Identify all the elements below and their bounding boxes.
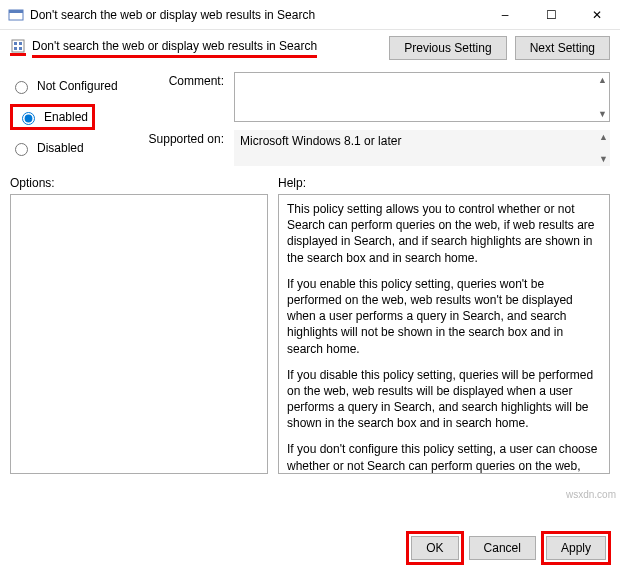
radio-disabled[interactable]: Disabled bbox=[10, 140, 130, 156]
window-title: Don't search the web or display web resu… bbox=[30, 8, 482, 22]
supported-label: Supported on: bbox=[144, 130, 224, 166]
help-p3: If you disable this policy setting, quer… bbox=[287, 367, 601, 432]
policy-name-wrap: Don't search the web or display web resu… bbox=[10, 39, 317, 58]
right-column: Comment: ▲ ▼ Supported on: Microsoft Win… bbox=[144, 72, 610, 166]
state-radio-group: Not Configured Enabled Disabled bbox=[10, 72, 130, 166]
supported-row: Supported on: Microsoft Windows 8.1 or l… bbox=[144, 130, 610, 166]
help-p2: If you enable this policy setting, queri… bbox=[287, 276, 601, 357]
pane-labels: Options: Help: bbox=[0, 172, 620, 194]
close-button[interactable]: ✕ bbox=[574, 0, 620, 30]
maximize-button[interactable]: ☐ bbox=[528, 0, 574, 30]
next-setting-button[interactable]: Next Setting bbox=[515, 36, 610, 60]
scroll-up-icon: ▲ bbox=[598, 75, 607, 85]
ok-button[interactable]: OK bbox=[411, 536, 458, 560]
watermark: wsxdn.com bbox=[566, 489, 616, 500]
scroll-down-icon: ▼ bbox=[598, 109, 607, 119]
supported-value: Microsoft Windows 8.1 or later bbox=[240, 134, 401, 148]
help-p4: If you don't configure this policy setti… bbox=[287, 441, 601, 474]
options-pane[interactable] bbox=[10, 194, 268, 474]
title-bar: Don't search the web or display web resu… bbox=[0, 0, 620, 30]
radio-disabled-input[interactable] bbox=[15, 143, 28, 156]
scroll-down-icon: ▼ bbox=[599, 154, 608, 164]
radio-enabled-input[interactable] bbox=[22, 112, 35, 125]
header-row: Don't search the web or display web resu… bbox=[0, 30, 620, 60]
radio-disabled-label: Disabled bbox=[37, 141, 84, 155]
nav-buttons: Previous Setting Next Setting bbox=[389, 36, 610, 60]
policy-icon bbox=[10, 40, 26, 56]
minimize-button[interactable]: – bbox=[482, 0, 528, 30]
apply-button[interactable]: Apply bbox=[546, 536, 606, 560]
panes: This policy setting allows you to contro… bbox=[0, 194, 620, 474]
radio-enabled[interactable]: Enabled bbox=[10, 104, 95, 130]
footer-buttons: OK Cancel Apply bbox=[411, 536, 606, 560]
radio-not-configured-label: Not Configured bbox=[37, 79, 118, 93]
radio-not-configured-input[interactable] bbox=[15, 81, 28, 94]
radio-not-configured[interactable]: Not Configured bbox=[10, 78, 130, 94]
comment-textarea[interactable]: ▲ ▼ bbox=[234, 72, 610, 122]
svg-rect-4 bbox=[19, 42, 22, 45]
scroll-up-icon: ▲ bbox=[599, 132, 608, 142]
cancel-button[interactable]: Cancel bbox=[469, 536, 536, 560]
minimize-icon: – bbox=[502, 8, 509, 22]
help-pane[interactable]: This policy setting allows you to contro… bbox=[278, 194, 610, 474]
help-label: Help: bbox=[278, 176, 306, 190]
app-icon bbox=[8, 7, 24, 23]
svg-rect-1 bbox=[9, 10, 23, 13]
svg-rect-3 bbox=[14, 42, 17, 45]
policy-name: Don't search the web or display web resu… bbox=[32, 39, 317, 58]
radio-enabled-label: Enabled bbox=[44, 110, 88, 124]
svg-rect-2 bbox=[12, 40, 24, 52]
comment-label: Comment: bbox=[144, 72, 224, 122]
help-p1: This policy setting allows you to contro… bbox=[287, 201, 601, 266]
options-label: Options: bbox=[10, 176, 278, 190]
config-row: Not Configured Enabled Disabled Comment:… bbox=[0, 60, 620, 172]
comment-row: Comment: ▲ ▼ bbox=[144, 72, 610, 122]
close-icon: ✕ bbox=[592, 8, 602, 22]
svg-rect-6 bbox=[19, 47, 22, 50]
svg-rect-5 bbox=[14, 47, 17, 50]
previous-setting-button[interactable]: Previous Setting bbox=[389, 36, 506, 60]
maximize-icon: ☐ bbox=[546, 8, 557, 22]
supported-value-box: Microsoft Windows 8.1 or later ▲ ▼ bbox=[234, 130, 610, 166]
